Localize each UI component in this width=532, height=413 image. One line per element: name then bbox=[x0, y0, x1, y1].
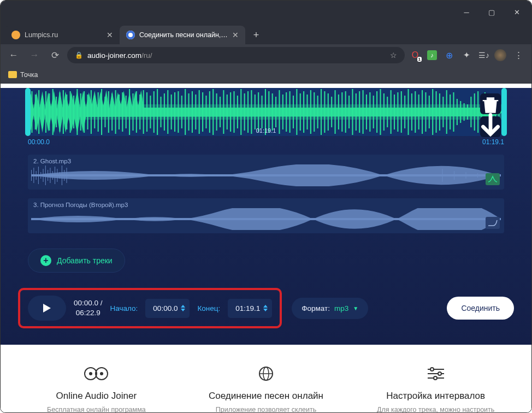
svg-rect-15 bbox=[73, 96, 74, 128]
lock-icon: 🔒 bbox=[75, 51, 83, 59]
track-3[interactable]: 3. Прогноз Погоды (Второй).mp3 bbox=[28, 198, 504, 233]
tab-lumpics[interactable]: Lumpics.ru ✕ bbox=[5, 26, 120, 44]
svg-rect-131 bbox=[477, 91, 478, 133]
bookmark-folder[interactable]: Точка bbox=[8, 71, 38, 79]
tab-title: Соединить песни онлайн, склеи bbox=[139, 31, 228, 39]
svg-point-165 bbox=[100, 372, 103, 375]
move-down-button[interactable] bbox=[480, 116, 501, 137]
svg-point-172 bbox=[438, 372, 441, 375]
format-selector[interactable]: Формат: mp3 ▼ bbox=[292, 298, 368, 319]
add-tracks-button[interactable]: + Добавить треки bbox=[28, 249, 125, 273]
svg-rect-40 bbox=[160, 97, 161, 127]
svg-rect-92 bbox=[341, 92, 342, 132]
svg-rect-80 bbox=[300, 93, 301, 131]
tab-close-icon[interactable]: ✕ bbox=[232, 31, 239, 39]
forward-button[interactable]: → bbox=[26, 46, 43, 64]
svg-rect-22 bbox=[98, 92, 99, 132]
svg-rect-127 bbox=[464, 103, 465, 121]
svg-rect-79 bbox=[296, 89, 297, 135]
spinner-icon[interactable] bbox=[263, 305, 268, 311]
extension-opera-icon[interactable]: O1 bbox=[410, 50, 421, 61]
menu-button[interactable]: ⋮ bbox=[510, 46, 527, 64]
track-2[interactable]: 2. Ghost.mp3 bbox=[28, 155, 504, 190]
play-button[interactable] bbox=[28, 296, 66, 321]
svg-rect-10 bbox=[56, 97, 57, 127]
svg-point-163 bbox=[89, 372, 92, 375]
svg-rect-11 bbox=[59, 92, 60, 132]
svg-rect-91 bbox=[338, 95, 339, 129]
new-tab-button[interactable]: + bbox=[249, 27, 264, 43]
svg-rect-71 bbox=[268, 91, 269, 133]
svg-rect-76 bbox=[286, 92, 287, 132]
svg-rect-29 bbox=[122, 92, 123, 132]
trim-handle-right[interactable] bbox=[501, 88, 507, 136]
svg-rect-99 bbox=[366, 95, 367, 129]
main-waveform[interactable]: 01:19.1 bbox=[28, 88, 504, 136]
globe-icon bbox=[198, 364, 335, 383]
svg-rect-120 bbox=[439, 93, 440, 131]
svg-rect-115 bbox=[422, 90, 423, 134]
svg-rect-13 bbox=[66, 95, 67, 129]
crossfade-button[interactable] bbox=[486, 173, 500, 185]
trim-handle-left[interactable] bbox=[25, 88, 31, 136]
window-titlebar: ─ ▢ ✕ bbox=[1, 1, 531, 23]
svg-rect-56 bbox=[216, 93, 217, 131]
svg-rect-129 bbox=[470, 97, 471, 127]
svg-rect-67 bbox=[255, 95, 256, 129]
svg-rect-57 bbox=[220, 97, 221, 127]
svg-rect-46 bbox=[181, 96, 182, 128]
svg-rect-32 bbox=[132, 93, 133, 131]
svg-rect-24 bbox=[104, 97, 105, 127]
spinner-icon[interactable] bbox=[181, 305, 185, 311]
svg-rect-65 bbox=[247, 91, 249, 133]
url-input[interactable]: 🔒 audio-joiner.com/ru/ ☆ bbox=[67, 47, 405, 63]
svg-rect-9 bbox=[52, 89, 54, 135]
join-button[interactable]: Соединить bbox=[447, 297, 514, 320]
svg-rect-47 bbox=[185, 89, 186, 135]
svg-rect-23 bbox=[101, 89, 102, 135]
svg-rect-125 bbox=[457, 99, 458, 125]
fade-button[interactable] bbox=[486, 217, 500, 229]
bookmark-label: Точка bbox=[20, 71, 38, 79]
bookmark-star-icon[interactable]: ☆ bbox=[390, 51, 397, 60]
svg-rect-108 bbox=[397, 92, 398, 132]
tab-audio-joiner[interactable]: Соединить песни онлайн, склеи ✕ bbox=[120, 26, 245, 44]
profile-avatar[interactable] bbox=[494, 49, 506, 61]
svg-rect-20 bbox=[91, 90, 92, 134]
extensions-button[interactable]: ✦ bbox=[461, 50, 472, 61]
svg-rect-112 bbox=[411, 93, 412, 131]
close-button[interactable]: ✕ bbox=[504, 1, 529, 23]
svg-point-170 bbox=[430, 368, 434, 371]
svg-rect-48 bbox=[188, 93, 190, 131]
extension-music-icon[interactable]: ♪ bbox=[427, 50, 437, 60]
svg-rect-14 bbox=[70, 91, 71, 133]
svg-rect-100 bbox=[369, 92, 370, 132]
svg-rect-94 bbox=[348, 96, 350, 128]
svg-rect-41 bbox=[164, 93, 165, 131]
svg-rect-82 bbox=[306, 95, 308, 129]
extension-globe-icon[interactable]: ⊕ bbox=[444, 50, 454, 61]
svg-rect-62 bbox=[237, 96, 238, 128]
minimize-button[interactable]: ─ bbox=[454, 1, 479, 23]
start-time-input[interactable]: 00:00.0 bbox=[145, 299, 190, 318]
svg-rect-75 bbox=[282, 95, 283, 129]
tab-title: Lumpics.ru bbox=[25, 31, 102, 39]
favicon-icon bbox=[126, 31, 135, 39]
svg-rect-123 bbox=[450, 95, 451, 129]
back-button[interactable]: ← bbox=[5, 46, 22, 64]
join-label: Соединить bbox=[461, 304, 500, 312]
track-name: 3. Прогноз Погоды (Второй).mp3 bbox=[28, 198, 504, 208]
svg-rect-37 bbox=[150, 96, 151, 128]
playback-time: 00:00.0 / 06:22.9 bbox=[74, 298, 103, 317]
svg-rect-126 bbox=[460, 101, 461, 123]
reading-list-icon[interactable]: ☰♪ bbox=[478, 50, 489, 61]
tab-close-icon[interactable]: ✕ bbox=[107, 31, 113, 39]
svg-rect-107 bbox=[394, 95, 395, 129]
end-time-input[interactable]: 01:19.1 bbox=[228, 299, 272, 318]
plus-icon: + bbox=[40, 255, 51, 266]
maximize-button[interactable]: ▢ bbox=[479, 1, 504, 23]
reload-button[interactable]: ⟳ bbox=[46, 46, 64, 64]
svg-rect-121 bbox=[442, 97, 444, 127]
svg-rect-105 bbox=[387, 97, 388, 127]
svg-rect-104 bbox=[383, 93, 385, 131]
